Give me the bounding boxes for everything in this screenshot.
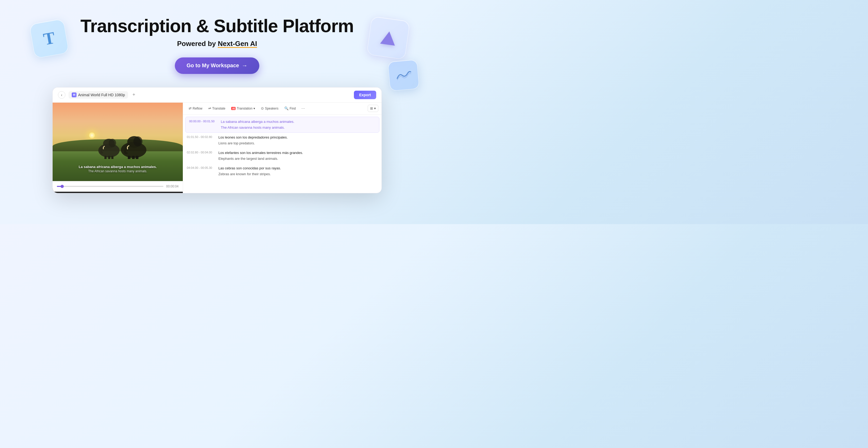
ts-text-3: Las cebras son conocidas por sus rayas. … <box>218 166 378 177</box>
layout-icon: ⊞ ▾ <box>370 106 376 110</box>
translate-label: Translate <box>212 107 225 110</box>
translation-chevron: ▾ <box>253 107 255 110</box>
find-label: Find <box>289 107 296 110</box>
cta-label: Go to My Workspace <box>187 62 239 68</box>
float-icon-left: T <box>32 21 66 56</box>
timestamp-2: 02:02.80 - 00:04.00 <box>187 150 215 154</box>
ts-translated-0: The African savanna hosts many animals. <box>221 125 375 130</box>
subtitle-bar: La sabana africana alberga a muchos anim… <box>53 165 183 173</box>
ts-text-2: Los elefantes son los animales terrestre… <box>218 150 378 161</box>
svg-point-8 <box>133 137 143 147</box>
svg-rect-5 <box>111 156 114 159</box>
speakers-label: Speakers <box>265 107 278 110</box>
hero-section: T Transcription & Subtitle Platform Powe… <box>0 0 434 82</box>
ts-translated-3: Zebras are known for their stripes. <box>218 172 378 177</box>
ts-translated-1: Lions are top predators. <box>218 141 378 146</box>
video-progress-bar[interactable]: 00:00:04 <box>53 181 183 192</box>
transcript-row[interactable]: 04:04.00 - 00:05.30 Las cebras son conoc… <box>183 163 381 179</box>
export-button[interactable]: Export <box>354 91 376 99</box>
ts-original-3: Las cebras son conocidas por sus rayas. <box>218 166 378 171</box>
app-topbar: ‹ W Animal World Full HD 1080p + Export <box>53 87 381 102</box>
subtitle-prefix: Powered by <box>177 40 218 48</box>
translation-label: Translation <box>237 107 252 110</box>
translate-icon: ⇌ <box>208 106 211 110</box>
topbar-left: ‹ W Animal World Full HD 1080p + <box>58 91 136 99</box>
svg-point-2 <box>108 139 116 147</box>
back-button[interactable]: ‹ <box>58 91 65 99</box>
transcript-row[interactable]: 01:01.50 - 00:02.80 Los leones son los d… <box>183 133 381 148</box>
app-body: La sabana africana alberga a muchos anim… <box>53 102 381 193</box>
ai-badge: AI <box>231 107 236 110</box>
elephants-svg <box>92 127 150 159</box>
subtitle-line2: The African savanna hosts many animals. <box>58 169 178 173</box>
find-button[interactable]: 🔍 Find <box>282 105 298 112</box>
progress-track[interactable] <box>57 186 163 187</box>
svg-rect-4 <box>108 156 110 159</box>
t-icon-letter: T <box>42 28 57 49</box>
reflow-label: Reflow <box>193 107 203 110</box>
cta-workspace-button[interactable]: Go to My Workspace → <box>175 57 259 74</box>
triangle-icon <box>380 30 396 46</box>
translate-button[interactable]: ⇌ Translate <box>206 105 228 112</box>
cta-arrow-icon: → <box>242 62 248 69</box>
transcript-toolbar: ⇄ Reflow ⇌ Translate AI Translation ▾ ⊙ <box>183 102 381 115</box>
reflow-icon: ⇄ <box>189 106 192 110</box>
file-tab-icon: W <box>72 92 76 97</box>
float-icon-right <box>369 19 408 57</box>
ts-text-0: La sabana africana alberga a muchos anim… <box>221 119 375 130</box>
ts-original-2: Los elefantes son los animales terrestre… <box>218 150 378 155</box>
layout-button[interactable]: ⊞ ▾ <box>368 105 378 112</box>
file-tab[interactable]: W Animal World Full HD 1080p <box>68 91 128 99</box>
float-icon-bottom-right <box>389 61 418 90</box>
time-display: 00:00:04 <box>166 184 179 188</box>
timestamp-0: 00:00.00 - 00:01.50 <box>189 119 217 123</box>
add-tab-button[interactable]: + <box>131 92 136 97</box>
timestamp-3: 04:04.00 - 00:05.30 <box>187 166 215 169</box>
svg-rect-3 <box>104 156 106 159</box>
more-button[interactable]: ··· <box>299 105 307 112</box>
app-preview: ‹ W Animal World Full HD 1080p + Export <box>52 87 382 193</box>
subtitle-line1: La sabana africana alberga a muchos anim… <box>58 165 178 169</box>
progress-thumb[interactable] <box>61 185 64 188</box>
transcript-row[interactable]: 02:02.80 - 00:04.00 Los elefantes son lo… <box>183 148 381 163</box>
subtitle-highlight: Next-Gen AI <box>218 40 257 48</box>
wave-icon <box>395 69 412 81</box>
translation-dropdown-button[interactable]: AI Translation ▾ <box>229 105 257 112</box>
speakers-button[interactable]: ⊙ Speakers <box>258 105 281 112</box>
speakers-icon: ⊙ <box>261 106 264 110</box>
video-frame: La sabana africana alberga a muchos anim… <box>53 102 183 181</box>
svg-rect-11 <box>136 156 138 159</box>
reflow-button[interactable]: ⇄ Reflow <box>186 105 205 112</box>
ts-text-1: Los leones son los depredadores principa… <box>218 135 378 146</box>
svg-rect-10 <box>132 156 135 159</box>
ts-translated-2: Elephants are the largest land animals. <box>218 156 378 161</box>
video-panel: La sabana africana alberga a muchos anim… <box>53 102 183 193</box>
file-name: Animal World Full HD 1080p <box>78 93 125 97</box>
ts-original-1: Los leones son los depredadores principa… <box>218 135 378 140</box>
svg-rect-9 <box>128 156 130 159</box>
find-icon: 🔍 <box>284 106 288 110</box>
transcript-row[interactable]: 00:00.00 - 00:01.50 La sabana africana a… <box>185 117 379 133</box>
transcript-content: 00:00.00 - 00:01.50 La sabana africana a… <box>183 115 381 193</box>
transcript-panel: ⇄ Reflow ⇌ Translate AI Translation ▾ ⊙ <box>183 102 381 193</box>
timestamp-1: 01:01.50 - 00:02.80 <box>187 135 215 139</box>
ts-original-0: La sabana africana alberga a muchos anim… <box>221 119 375 124</box>
